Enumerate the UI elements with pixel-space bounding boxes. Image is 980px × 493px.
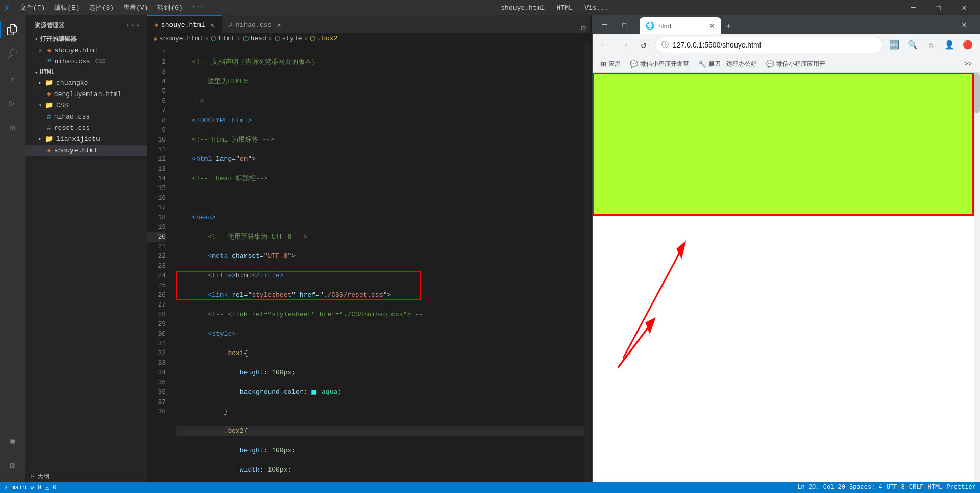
open-file-shouye[interactable]: ✕ ◈ shouye.html [24,44,147,56]
browser-minimize[interactable]: — [597,17,613,32]
breadcrumb-html[interactable]: html [218,35,234,42]
explorer-activity-icon[interactable] [0,17,24,42]
wechat1-icon: 💬 [630,60,638,68]
outline-label: > 大纲 [31,473,50,480]
maximize-button[interactable]: ☐ [927,0,950,15]
file-reset-css[interactable]: # reset.css [24,122,147,133]
refresh-button[interactable]: ↺ [635,37,652,53]
browser-tab-close[interactable]: ✕ [709,21,715,30]
errors-indicator[interactable]: ⊘ 0 [30,484,41,491]
menu-view[interactable]: 查看(V) [119,2,152,13]
star-icon[interactable]: ☆ [923,37,939,53]
minimap [584,44,590,482]
box1-element [593,73,974,216]
tab-nihao[interactable]: # nihao.css ✕ [222,15,288,33]
browser-title-bar: — ☐ 🌐 html ✕ + ✕ [593,15,980,34]
folder-lianxijietu[interactable]: ▸ 📁 lianxijietu [24,133,147,145]
encoding-indicator[interactable]: UTF-8 [887,484,905,491]
minimize-button[interactable]: — [901,0,925,15]
zoom-icon[interactable]: 🔍 [904,37,921,53]
debug-activity-icon[interactable]: ▷ [0,91,24,115]
code-editor[interactable]: 12345 678910 1112131415 16171819 20 2122… [147,44,584,482]
formatter-indicator[interactable]: Prettier [946,484,976,491]
file-dengluyemian[interactable]: ◈ dengluyemian.html [24,88,147,100]
browser-tab-html[interactable]: 🌐 html ✕ [640,17,721,34]
breadcrumb-style[interactable]: style [282,35,302,42]
folder-name-chuangke: chuangke [56,79,88,87]
folder-icon3: 📁 [45,135,53,143]
html-icon2: ◈ [47,146,51,154]
svg-line-2 [623,244,684,358]
menu-file[interactable]: 文件(F) [16,2,49,13]
bookmark-apps[interactable]: ⊞ 应用 [597,58,625,71]
breadcrumb-box2[interactable]: .box2 [317,35,337,42]
file-nihao-css[interactable]: # nihao.css [24,111,147,122]
tab-label-nihao: nihao.css [236,21,272,29]
wechat2-label: 微信小程序应用开 [776,60,825,68]
spaces-indicator[interactable]: Spaces: 4 [849,484,883,491]
close-icon[interactable]: ✕ [39,47,42,54]
git-activity-icon[interactable]: ⑂ [0,66,24,91]
close-button[interactable]: ✕ [952,0,976,15]
activity-bar: ⑂ ▷ ⊞ ◉ ⚙ [0,15,24,482]
bookmark-wechat2[interactable]: 💬 微信小程序应用开 [762,58,829,71]
browser-scrollbar[interactable] [974,73,980,482]
file-name-reset-css: reset.css [54,124,90,132]
outline-bar[interactable]: > 大纲 [24,471,147,482]
forward-button[interactable]: → [616,37,632,53]
title-bar: ✗ 文件(F) 编辑(E) 选择(S) 查看(V) 转到(G) ··· shou… [0,0,980,15]
git-branch-icon[interactable]: ⚡ main [4,484,26,491]
address-text: 127.0.0.1:5500/shouye.html [673,41,876,49]
html-section[interactable]: ▾ HTML [24,67,147,77]
back-button[interactable]: ← [597,37,613,53]
menu-select[interactable]: 选择(S) [85,2,118,13]
file-shouye-html[interactable]: ◈ shouye.html [24,145,147,156]
address-bar[interactable]: ⓘ 127.0.0.1:5500/shouye.html [655,37,883,53]
folder-chuangke[interactable]: ▸ 📁 chuangke [24,77,147,88]
breadcrumb-style-icon: ⬡ [275,35,280,43]
update-icon[interactable]: 🔴 [960,37,976,53]
account-activity-icon[interactable]: ◉ [0,429,24,453]
search-activity-icon[interactable] [0,42,24,66]
translate-icon[interactable]: 🔤 [886,37,902,53]
remote-icon: 🔧 [698,60,706,68]
scrollbar-thumb[interactable] [974,73,980,113]
code-content[interactable]: <!-- 文档声明（告诉浏览器网页的版本） 这里为HTML5 --> <!DOC… [170,44,584,482]
css-icon2: # [47,124,51,132]
open-file-nihao[interactable]: ✕ # nihao.css CSS [24,56,147,67]
cursor-position[interactable]: Ln 20, Col 20 [797,484,845,491]
new-tab-button[interactable]: + [721,19,736,34]
menu-goto[interactable]: 转到(G) [153,2,186,13]
breadcrumb-file-name[interactable]: shouye.html [159,35,203,42]
browser-viewport [593,73,980,482]
open-editors-section[interactable]: ▾ 打开的编辑器 [24,33,147,44]
folder-name-css: CSS [56,102,68,109]
eol-indicator[interactable]: CRLF [909,484,924,491]
extensions-activity-icon[interactable]: ⊞ [0,115,24,140]
folder-name-lianxijietu: lianxijietu [56,135,100,143]
settings-activity-icon[interactable]: ⚙ [0,453,24,478]
tab-shouye[interactable]: ◈ shouye.html ✕ [147,15,222,33]
browser-close[interactable]: ✕ [952,17,976,32]
lock-icon: ⓘ [662,40,669,50]
breadcrumb-file[interactable]: ◈ [153,35,157,43]
tab-close-nihao[interactable]: ✕ [277,20,281,29]
bookmark-more[interactable]: >> [961,59,976,70]
file-name-dengluyemian: dengluyemian.html [54,90,122,98]
bookmark-remote[interactable]: 🔧 麒刀 - 远程办公好 [694,58,761,71]
sidebar-more-icon[interactable]: ··· [125,20,141,30]
bookmark-wechat1[interactable]: 💬 微信小程序开发基 [626,58,693,71]
folder-css[interactable]: ▾ 📁 CSS [24,100,147,111]
breadcrumb-head[interactable]: head [251,35,266,42]
menu-edit[interactable]: 编辑(E) [50,2,83,13]
status-bar: ⚡ main ⊘ 0 △ 0 Ln 20, Col 20 Spaces: 4 U… [0,482,980,493]
sidebar: 资源管理器 ··· ▾ 打开的编辑器 ✕ ◈ shouye.html ✕ # n… [24,15,147,482]
menu-more[interactable]: ··· [188,2,208,13]
tab-close-shouye[interactable]: ✕ [210,20,214,29]
profile-icon[interactable]: 👤 [941,37,958,53]
language-indicator[interactable]: HTML [928,484,943,491]
split-editor-icon[interactable]: ⊟ [581,23,586,33]
browser-maximize[interactable]: ☐ [616,17,632,32]
file-type-label: CSS [95,58,106,64]
warnings-indicator[interactable]: △ 0 [45,484,57,491]
